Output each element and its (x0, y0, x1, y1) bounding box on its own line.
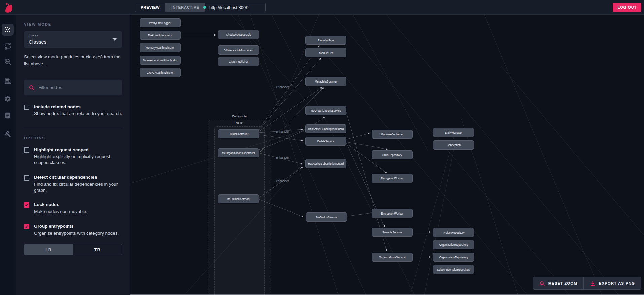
tab-preview[interactable]: PREVIEW (135, 3, 165, 12)
filter-nodes-box (24, 80, 122, 95)
graph-node-subscriptionSlotRepository[interactable]: SubscriptionSlotRepository (433, 265, 474, 274)
graph-node-checkDiskSpaceLib[interactable]: CheckDiskSpaceLib (218, 30, 259, 39)
option-title: Group entrypoints (34, 223, 122, 229)
graph-node-hasActiveSubscriptionGuard2[interactable]: HasActiveSubscriptionGuard (305, 159, 346, 168)
graph-node-organizationRepository1[interactable]: OrganizationRepository (433, 240, 474, 249)
top-bar: PREVIEW INTERACTIVE http://localhost:800… (0, 0, 644, 15)
edge-label-enhancer: enhancer (276, 156, 289, 159)
graph-node-prettyErrorLogger[interactable]: PrettyErrorLogger (140, 18, 181, 27)
options-heading: OPTIONS (24, 136, 122, 140)
filter-nodes-input[interactable] (38, 85, 112, 90)
graph-node-projectsService[interactable]: ProjectsService (372, 228, 413, 237)
edge-label-enhancer: enhancer (276, 85, 289, 89)
graph-node-meOrganizationsController[interactable]: MeOrganizationsController (218, 148, 259, 157)
export-png-label: EXPORT AS PNG (599, 281, 635, 285)
scatter-graph-icon (4, 26, 11, 33)
graph-node-buildsController[interactable]: BuildsController (218, 129, 259, 138)
view-mode-description: Select view mode (modules or classes) fr… (24, 54, 122, 68)
graph-node-meBuildsService[interactable]: MeBuildsService (306, 212, 347, 222)
include-related-title: Include related nodes (34, 104, 122, 110)
rail-item-modules[interactable] (2, 75, 14, 87)
sidebar-panel: VIEW MODE Graph Classes Select view mode… (16, 15, 130, 295)
graph-select-value: Classes (29, 39, 117, 45)
option-title: Detect circular dependencies (34, 174, 122, 181)
graph-mode-select[interactable]: Graph Classes (24, 31, 122, 48)
chevron-down-icon (113, 38, 117, 41)
graph-node-organizationsService[interactable]: OrganizationsService (372, 253, 413, 262)
download-icon (590, 281, 596, 286)
nestjs-logo (3, 2, 14, 13)
edge-label-enhancer: enhancer (276, 179, 289, 183)
graph-node-modulesContainer[interactable]: ModulesContainer (372, 130, 413, 139)
option-row-detect-circular: ✓ Detect circular dependencies Find and … (24, 174, 122, 193)
option-description: Find and fix circular dependencies in yo… (34, 181, 122, 193)
graph-node-meOrganizationsService[interactable]: MeOrganizationsService (305, 106, 346, 115)
graph-select-label: Graph (29, 34, 117, 38)
building-icon (4, 77, 11, 85)
option-row-lock-nodes: ✓ Lock nodes Make nodes non-movable. (24, 202, 122, 215)
canvas-controls: RESET ZOOM EXPORT AS PNG (533, 277, 641, 290)
graph-node-graphPublisher[interactable]: GraphPublisher (218, 57, 259, 66)
graph-node-entityManager[interactable]: EntityManager (433, 128, 474, 137)
zoom-reset-icon (539, 281, 545, 286)
logout-button[interactable]: LOG OUT (613, 3, 641, 12)
gavel-icon (4, 130, 11, 138)
include-related-description: Show nodes that are related to your sear… (34, 111, 122, 117)
option-row-group-entrypoints: ✓ Group entrypoints Organize entrypoints… (24, 223, 122, 236)
graph-node-grpcHealthIndicator[interactable]: GRPCHealthIndicator (140, 68, 181, 77)
rail-item-graph[interactable] (2, 24, 14, 36)
graph-node-hasActiveSubscriptionGuard1[interactable]: HasActiveSubscriptionGuard (305, 124, 346, 133)
document-icon (4, 112, 11, 119)
graph-node-memoryHealthIndicator[interactable]: MemoryHealthIndicator (140, 43, 181, 52)
graph-node-parseIntPipe[interactable]: ParseIntPipe (305, 36, 346, 45)
group-entrypoints-checkbox[interactable]: ✓ (24, 224, 29, 229)
rail-item-inspect[interactable] (2, 56, 14, 68)
graph-node-organizationRepository2[interactable]: OrganizationRepository (433, 253, 474, 262)
include-related-checkbox[interactable]: ✓ (24, 105, 29, 110)
graph-node-encryptionWorker[interactable]: EncryptionWorker (372, 209, 413, 218)
graph-node-meBuildsController[interactable]: MeBuildsController (218, 194, 259, 203)
icon-rail (0, 15, 16, 295)
graph-canvas[interactable]: Entrypoints HTTP (130, 15, 644, 295)
graph-node-decryptionWorker[interactable]: DecryptionWorker (372, 174, 413, 183)
status-dot-icon (203, 6, 206, 9)
search-activity-icon (4, 58, 11, 65)
rail-item-audit[interactable] (2, 128, 14, 140)
option-title: Highlight request-scoped (34, 147, 122, 153)
sidebar-divider (24, 127, 122, 127)
graph-node-differenceJobProcessor[interactable]: DifferenceJobProcessor (218, 45, 259, 55)
app-url-text: http://localhost:8000 (209, 5, 248, 10)
export-png-button[interactable]: EXPORT AS PNG (583, 277, 641, 289)
graph-node-projectRepository[interactable]: ProjectRepository (433, 228, 474, 237)
direction-tb-button[interactable]: TB (73, 244, 122, 255)
layout-direction-toggle: LR TB (24, 244, 122, 255)
graph-node-buildsService[interactable]: BuildsService (305, 137, 346, 146)
graph-node-metadataScanner[interactable]: MetadataScanner (305, 77, 346, 86)
reset-zoom-button[interactable]: RESET ZOOM (533, 277, 583, 289)
direction-lr-button[interactable]: LR (24, 244, 73, 255)
app-url-field[interactable]: http://localhost:8000 (199, 3, 266, 12)
route-icon (4, 42, 11, 50)
reset-zoom-label: RESET ZOOM (548, 281, 577, 285)
option-title: Lock nodes (34, 202, 122, 208)
graph-node-connection[interactable]: Connection (433, 140, 474, 150)
graph-node-diskHealthIndicator[interactable]: DiskHealthIndicator (140, 31, 181, 40)
include-related-row: ✓ Include related nodes Show nodes that … (24, 104, 122, 117)
preview-mode-tabs: PREVIEW INTERACTIVE (135, 3, 205, 12)
view-mode-heading: VIEW MODE (24, 22, 122, 26)
option-row-highlight-request-scoped: ✓ Highlight request-scoped Highlight exp… (24, 147, 122, 166)
graph-node-microserviceHealthIndicator[interactable]: MicroserviceHealthIndicator (140, 56, 181, 65)
rail-item-settings[interactable] (2, 93, 14, 105)
option-description: Highlight explicitly or implicitly reque… (34, 154, 122, 165)
graph-node-buildRepository[interactable]: BuildRepository (372, 150, 413, 159)
rail-item-routes[interactable] (2, 40, 14, 52)
option-description: Make nodes non-movable. (34, 209, 122, 215)
detect-circular-checkbox[interactable]: ✓ (24, 175, 29, 181)
gear-icon (4, 95, 11, 102)
search-icon (29, 85, 35, 91)
lock-nodes-checkbox[interactable]: ✓ (24, 202, 29, 208)
highlight-request-scoped-checkbox[interactable]: ✓ (24, 148, 29, 153)
graph-node-moduleRef[interactable]: ModuleRef (305, 48, 346, 57)
edge-label-enhancer: enhancer (276, 130, 289, 133)
rail-item-docs[interactable] (2, 109, 14, 122)
